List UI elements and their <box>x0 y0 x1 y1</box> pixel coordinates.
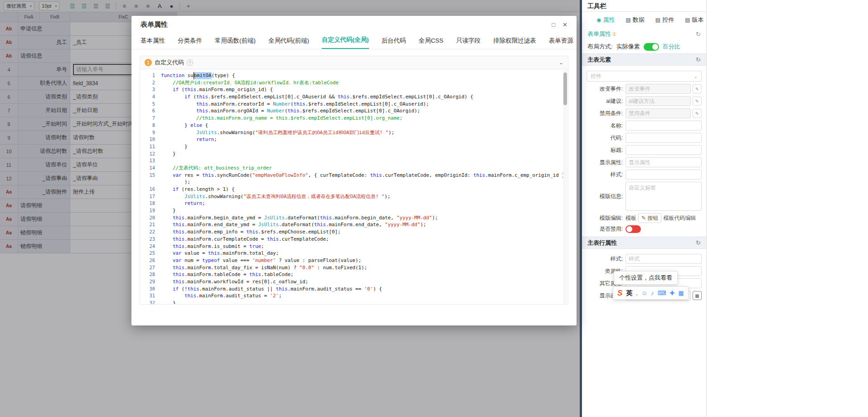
button-edit-button[interactable]: ✎ 按钮 <box>638 213 661 223</box>
title-input[interactable] <box>626 145 702 155</box>
edit-code-button[interactable]: ✎ <box>693 109 702 118</box>
code-line: 16 if (res.length > 1) { <box>140 186 568 193</box>
ai-suggest-input[interactable] <box>626 96 691 106</box>
tab-properties[interactable]: ◉属性 <box>596 16 615 24</box>
punctuation-icon[interactable]: , <box>636 290 638 296</box>
tab-version[interactable]: ▤版本 <box>685 16 703 24</box>
emoji-icon[interactable]: ☺ <box>641 290 647 296</box>
dialog-tab[interactable]: 全局代码(前端) <box>268 37 309 49</box>
keyboard-icon[interactable]: ⌨ <box>658 290 666 296</box>
style-input[interactable] <box>626 170 702 179</box>
dialog-tab-bar: 基本属性分类条件常用函数(前端)全局代码(前端)自定义代码(全局)后台代码全局C… <box>131 33 577 49</box>
maximize-icon[interactable]: □ <box>552 21 555 28</box>
chevron-down-icon[interactable]: ⌄ <box>559 59 563 66</box>
template-button[interactable]: 模板 <box>626 214 636 222</box>
close-icon[interactable]: ✕ <box>563 21 567 28</box>
code-token: if <box>184 93 190 101</box>
name-input[interactable] <box>626 121 702 131</box>
dialog-tab[interactable]: 只读字段 <box>456 37 480 49</box>
code-token <box>161 186 173 193</box>
code-section-title: 自定义代码 <box>155 58 184 67</box>
dialog-tab[interactable]: 分类条件 <box>178 37 202 49</box>
code-token: } <box>161 122 190 129</box>
dialog-body: 1 自定义代码 ? ⌄ 1function submitOA(type) {2 … <box>131 49 577 311</box>
template-info-textarea[interactable] <box>626 182 702 211</box>
code-token: this <box>173 236 184 243</box>
layout-mode-right-option[interactable]: 百分比 <box>663 43 680 51</box>
refresh-icon[interactable]: ↻ <box>696 239 701 246</box>
layout-mode-left-option[interactable]: 实际像素 <box>616 43 640 51</box>
tooltip: 个性设置，点我看看 <box>614 271 678 285</box>
code-editor[interactable]: 1function submitOA(type) {2 //OA用户id:cre… <box>140 69 568 305</box>
ime-language-indicator[interactable]: 英 <box>626 289 632 297</box>
grid-picker-button[interactable]: ▦ <box>693 291 702 300</box>
property-row: 禁用条件:✎ <box>582 108 702 118</box>
tab-data[interactable]: ▤数据 <box>626 16 644 24</box>
code-token <box>161 286 173 293</box>
skin-icon[interactable]: ✚ <box>670 290 675 296</box>
code-token: "yyyy-MM-dd" <box>385 221 420 228</box>
disable-condition-input[interactable] <box>626 108 691 118</box>
dialog-tab[interactable]: 常用函数(前端) <box>215 37 256 49</box>
disabled-toggle[interactable] <box>626 225 641 233</box>
dialog-tab[interactable]: 全局CSS <box>419 37 444 49</box>
code-token: .mainForm.end_date_ymd = <box>184 221 258 228</box>
refresh-icon[interactable]: ↻ <box>696 56 701 63</box>
scrollbar-thumb[interactable] <box>563 73 567 105</box>
refresh-icon[interactable]: ↻ <box>696 31 701 38</box>
code-line: 19 } <box>140 207 568 214</box>
line-number: 6 <box>140 107 161 115</box>
property-row: 代码: <box>582 133 702 143</box>
code-token: ( <box>179 86 184 93</box>
panel-sections: 主表元素↻控件⌄改变事件:✎ai建议:✎禁用条件:✎名称:代码:标题:显示属性:… <box>582 53 706 304</box>
code-token: var <box>173 257 182 264</box>
line-number: 29 <box>140 278 161 286</box>
menu-icon[interactable]: ▦ <box>678 290 684 296</box>
form-props-link[interactable]: 表单属性 <box>587 30 611 38</box>
help-icon[interactable]: ? <box>187 59 193 66</box>
code-line: 8 } else { <box>140 122 568 129</box>
dialog-tab[interactable]: 基本属性 <box>141 37 165 49</box>
code-token: this <box>249 271 261 278</box>
ime-bar[interactable]: S英,☺♪⌨✚▦ <box>613 286 689 300</box>
code-token: .mainForm.emp_origin_id) { <box>196 86 273 93</box>
edit-code-button[interactable]: ✎ <box>693 84 702 93</box>
property-control: ✎ <box>626 84 702 94</box>
code-token: (type) { <box>212 72 235 79</box>
dialog-tab[interactable]: 表单资源 <box>549 37 573 49</box>
line-number: 21 <box>140 221 161 228</box>
section-fields: 控件⌄改变事件:✎ai建议:✎禁用条件:✎名称:代码:标题:显示属性:样式:模版… <box>582 66 706 237</box>
code-token: { <box>202 122 208 129</box>
code-token: "0.0" <box>300 264 315 272</box>
tab-controls[interactable]: ▤控件 <box>655 16 674 24</box>
edit-code-button[interactable]: ✎ <box>693 97 702 106</box>
code-token: this <box>247 228 258 236</box>
panel-splitter[interactable] <box>580 0 582 417</box>
dialog-tab[interactable]: 后台代码 <box>382 37 406 49</box>
display-attr-input[interactable] <box>626 157 702 167</box>
editor-scrollbar[interactable] <box>563 70 567 304</box>
layout-mode-toggle[interactable] <box>644 43 659 51</box>
code-token: this <box>196 107 208 115</box>
code-token: .$refs.empIdSelect.empList[0].c_OAuserid… <box>305 101 429 108</box>
code-token: : num.toFixed(1); <box>314 264 367 272</box>
voice-icon[interactable]: ♪ <box>651 290 654 296</box>
code-token <box>161 221 173 228</box>
change-event-input[interactable] <box>626 84 691 94</box>
section-header: 主表行属性↻ <box>582 237 706 249</box>
row-style-input[interactable] <box>626 254 702 264</box>
window-controls: □ ✕ <box>552 21 567 28</box>
code-token: this <box>320 214 332 222</box>
code-input[interactable] <box>626 133 702 143</box>
code-token: this <box>173 271 184 278</box>
code-token <box>161 107 196 115</box>
code-token <box>161 236 173 243</box>
dialog-tab[interactable]: 自定义代码(全局) <box>322 36 369 49</box>
code-token: this <box>173 221 184 228</box>
code-section-header[interactable]: 1 自定义代码 ? ⌄ <box>140 56 568 69</box>
control-select[interactable]: 控件⌄ <box>587 71 702 82</box>
code-token: value === <box>220 257 252 264</box>
code-token: JsUlits <box>184 193 205 200</box>
dialog-tab[interactable]: 排除权限过滤表 <box>493 37 536 49</box>
template-code-edit-button[interactable]: 模板代码编辑 <box>663 214 696 222</box>
